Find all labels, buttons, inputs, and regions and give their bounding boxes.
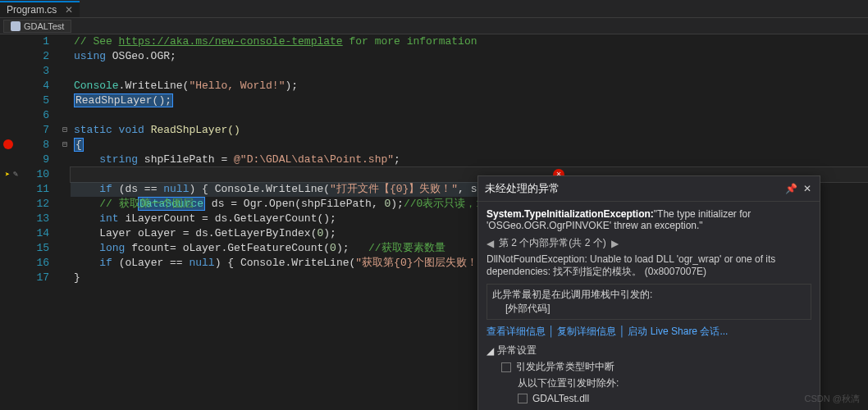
fold-toggle-icon[interactable]: ⊟ xyxy=(59,138,71,153)
line-number: 8 xyxy=(26,138,49,153)
callstack-label: 此异常最初是在此调用堆栈中引发的: xyxy=(492,288,806,302)
inner-exception-text: DllNotFoundException: Unable to load DLL… xyxy=(487,253,811,279)
line-number: 7 xyxy=(26,123,49,138)
except-module-checkbox[interactable]: GDALTest.dll xyxy=(518,393,811,404)
except-when-label: 从以下位置引发时除外: xyxy=(518,376,811,390)
callstack-box: 此异常最初是在此调用堆栈中引发的: [外部代码] xyxy=(487,284,811,320)
line-number: 17 xyxy=(26,271,49,285)
glyph-margin: ➤ ✎ xyxy=(0,34,26,410)
view-details-link[interactable]: 查看详细信息 xyxy=(487,326,546,337)
line-number: 13 xyxy=(26,212,49,226)
csharp-icon xyxy=(11,21,21,31)
code-line: string shpFilePath = @"D:\GDAL\data\Poin… xyxy=(71,153,868,167)
context-bar: GDALTest xyxy=(0,18,868,34)
file-tab-bar: Program.cs ✕ xyxy=(0,0,868,18)
prev-exception-icon[interactable]: ◀ xyxy=(487,238,494,249)
line-number: 12 xyxy=(26,197,49,212)
fold-toggle-icon[interactable]: ⊟ xyxy=(59,123,71,138)
line-number: 2 xyxy=(26,49,49,64)
close-icon[interactable]: ✕ xyxy=(802,183,813,194)
edit-indicator-icon: ✎ xyxy=(13,169,18,179)
fold-column: ⊟ ⊟ xyxy=(59,34,71,410)
code-line: ReadShpLayer(); xyxy=(71,93,868,108)
line-number: 10 xyxy=(26,167,49,182)
exception-message: System.TypeInitializationException:"The … xyxy=(487,208,811,231)
line-number: 11 xyxy=(26,182,49,197)
checkbox-icon xyxy=(501,362,511,372)
checkbox-icon xyxy=(518,394,528,403)
live-share-link[interactable]: 启动 Live Share 会话... xyxy=(628,326,728,337)
break-on-type-checkbox[interactable]: 引发此异常类型时中断 xyxy=(501,360,811,374)
tab-program-cs[interactable]: Program.cs ✕ xyxy=(0,1,80,17)
code-line: using OSGeo.OGR; xyxy=(71,49,868,64)
exception-links: 查看详细信息 │ 复制详细信息 │ 启动 Live Share 会话... xyxy=(487,325,811,339)
collapse-icon: ◢ xyxy=(487,345,494,357)
exception-popup: 未经处理的异常 📌 ✕ System.TypeInitializationExc… xyxy=(477,175,820,410)
exception-title: 未经处理的异常 xyxy=(485,181,780,196)
line-number: 14 xyxy=(26,226,49,241)
line-number: 5 xyxy=(26,93,49,108)
watermark: CSDN @秋漓 xyxy=(805,393,860,405)
copy-details-link[interactable]: 复制详细信息 xyxy=(557,326,616,337)
code-line: Console.WriteLine("Hello, World!"); xyxy=(71,79,868,93)
breakpoint-icon[interactable] xyxy=(3,139,13,149)
line-number: 9 xyxy=(26,153,49,167)
code-line: static void ReadShpLayer() xyxy=(71,123,868,138)
callstack-item: [外部代码] xyxy=(505,302,806,316)
execution-pointer-icon: ➤ xyxy=(5,170,10,180)
exception-body: System.TypeInitializationException:"The … xyxy=(478,202,820,410)
tab-label: Program.cs xyxy=(7,4,57,16)
inner-exception-nav: ◀ 第 2 个内部异常(共 2 个) ▶ xyxy=(487,236,811,250)
exception-header: 未经处理的异常 📌 ✕ xyxy=(478,176,820,202)
line-number: 16 xyxy=(26,256,49,271)
exception-settings-section[interactable]: ◢ 异常设置 xyxy=(487,344,811,358)
close-icon[interactable]: ✕ xyxy=(65,4,73,16)
line-number: 15 xyxy=(26,241,49,256)
code-line: { xyxy=(71,138,868,153)
code-line: // See https://aka.ms/new-console-templa… xyxy=(71,34,868,49)
pin-icon[interactable]: 📌 xyxy=(785,183,797,194)
line-number-column: 1 2 3 4 5 6 7 8 9 10 11 12 13 14 15 16 1… xyxy=(26,34,59,410)
line-number: 6 xyxy=(26,108,49,123)
context-label: GDALTest xyxy=(24,21,64,31)
project-context-dropdown[interactable]: GDALTest xyxy=(3,20,71,33)
code-line xyxy=(71,64,868,79)
line-number: 4 xyxy=(26,79,49,93)
line-number: 1 xyxy=(26,34,49,49)
code-line xyxy=(71,108,868,123)
next-exception-icon[interactable]: ▶ xyxy=(611,238,619,249)
inner-exception-index: 第 2 个内部异常(共 2 个) xyxy=(499,236,606,250)
line-number: 3 xyxy=(26,64,49,79)
